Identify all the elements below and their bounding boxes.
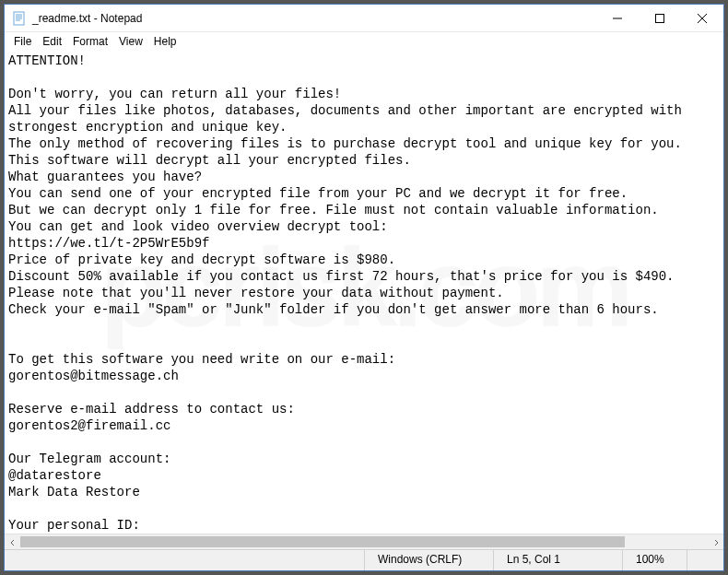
statusbar: Windows (CRLF) Ln 5, Col 1 100%	[5, 549, 723, 570]
text-editor[interactable]: ATTENTION! Don't worry, you can return a…	[5, 51, 723, 534]
menu-help[interactable]: Help	[148, 33, 182, 50]
titlebar: _readme.txt - Notepad	[5, 5, 723, 32]
scroll-right-button[interactable]	[708, 534, 723, 549]
scrollbar-track[interactable]	[20, 534, 708, 549]
menu-file[interactable]: File	[8, 33, 37, 50]
close-button[interactable]	[681, 5, 723, 31]
horizontal-scrollbar[interactable]	[5, 534, 723, 549]
scrollbar-thumb[interactable]	[20, 536, 625, 547]
status-spacer	[687, 550, 723, 570]
minimize-button[interactable]	[596, 5, 639, 31]
notepad-window: _readme.txt - Notepad File Edit Format V…	[4, 4, 724, 571]
content-wrapper: ATTENTION! Don't worry, you can return a…	[5, 51, 723, 549]
scroll-left-button[interactable]	[5, 534, 20, 549]
menu-edit[interactable]: Edit	[37, 33, 67, 50]
maximize-button[interactable]	[639, 5, 681, 31]
status-line-ending: Windows (CRLF)	[364, 550, 493, 570]
menubar: File Edit Format View Help	[5, 32, 723, 51]
svg-rect-6	[656, 14, 664, 22]
status-cursor-position: Ln 5, Col 1	[493, 550, 622, 570]
menu-format[interactable]: Format	[67, 33, 113, 50]
notepad-icon	[12, 11, 27, 26]
window-controls	[596, 5, 723, 31]
status-zoom: 100%	[622, 550, 687, 570]
menu-view[interactable]: View	[113, 33, 148, 50]
window-title: _readme.txt - Notepad	[32, 12, 596, 25]
